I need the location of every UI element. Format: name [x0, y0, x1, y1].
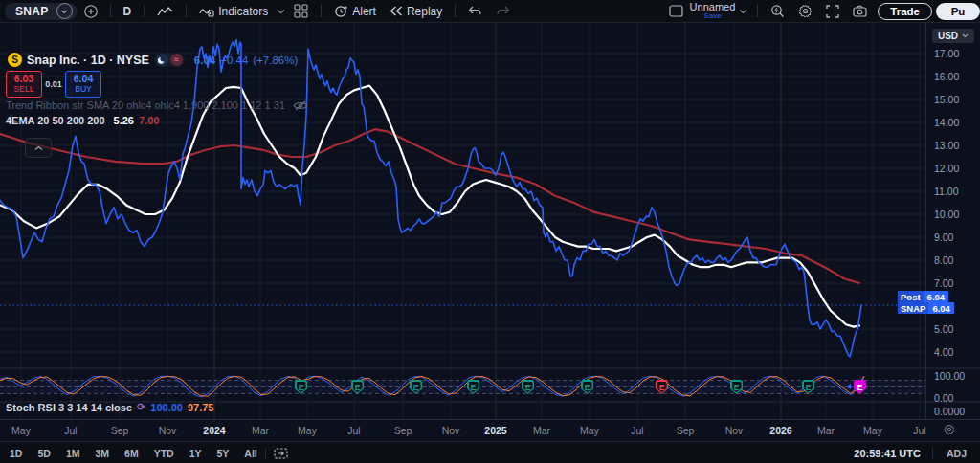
divider: [757, 5, 758, 17]
chart-style-button[interactable]: [150, 1, 180, 22]
price-tick: 10.00: [934, 209, 959, 220]
stoch-rsi-legend[interactable]: Stoch RSI 3 3 14 14 close ⟳ 100.00 97.75: [6, 401, 213, 413]
publish-button[interactable]: Pu: [936, 3, 980, 20]
price-tick: 9.00: [934, 232, 953, 243]
range-button-1d[interactable]: 1D: [2, 448, 30, 459]
settings-gear-icon: [798, 4, 813, 18]
range-button-3m[interactable]: 3M: [87, 448, 117, 459]
stoch-rsi-label[interactable]: Stoch RSI 3 3 14 14 close: [6, 402, 132, 413]
earnings-icon[interactable]: E: [522, 380, 534, 394]
eye-hidden-icon[interactable]: [293, 100, 308, 111]
indicators-dropdown-button[interactable]: [275, 1, 287, 22]
time-tick: May: [11, 425, 31, 436]
axis-settings-gear-icon[interactable]: [944, 424, 955, 437]
replay-icon: [390, 6, 403, 16]
save-label[interactable]: Save: [703, 11, 721, 20]
series-snap-price[interactable]: [0, 40, 861, 357]
chart-pane[interactable]: S Snap Inc. · 1D · NYSE ≈ 6.04 +0.44 (+7…: [0, 23, 980, 419]
range-button-ytd[interactable]: YTD: [146, 448, 182, 459]
time-tick: May: [863, 425, 882, 436]
chevron-down-icon: [277, 9, 285, 14]
undo-button[interactable]: [461, 1, 489, 22]
range-button-5y[interactable]: 5Y: [210, 448, 237, 459]
price-change: +0.44: [220, 55, 248, 66]
sync-icon[interactable]: ⟳: [137, 401, 145, 413]
earnings-icon[interactable]: E: [295, 380, 307, 394]
range-button-all[interactable]: All: [236, 448, 264, 459]
price-chart-canvas[interactable]: [0, 23, 980, 419]
delayed-data-icon[interactable]: ≈: [170, 54, 183, 66]
time-axis[interactable]: MayJulSepNov2024MarMayJulSepNov2025MarMa…: [0, 419, 980, 442]
post-price-label: Post6.04: [898, 291, 948, 302]
replay-button[interactable]: Replay: [383, 1, 449, 22]
symbol-legend[interactable]: S Snap Inc. · 1D · NYSE ≈ 6.04 +0.44 (+7…: [8, 53, 298, 67]
earnings-icon[interactable]: E: [581, 380, 593, 394]
earnings-icon[interactable]: E: [351, 380, 364, 394]
go-to-date-button[interactable]: [266, 443, 296, 463]
compare-add-button[interactable]: [78, 1, 104, 22]
divider: [321, 5, 322, 17]
time-tick: 2024: [203, 425, 225, 436]
adj-toggle[interactable]: ADJ: [947, 448, 967, 459]
price-tick: 17.00: [934, 48, 959, 59]
fullscreen-button[interactable]: [819, 1, 846, 22]
time-tick: Nov: [725, 425, 744, 436]
price-axis[interactable]: USD 17.0016.0015.0014.0013.0012.0011.001…: [925, 23, 980, 441]
earnings-icon[interactable]: E: [656, 380, 668, 394]
layout-dropdown-button[interactable]: [735, 1, 751, 22]
range-button-5d[interactable]: 5D: [30, 448, 57, 459]
go-to-date-icon: [274, 447, 288, 459]
pane-scale-tick: 0.00: [934, 392, 953, 404]
layout-button[interactable]: [662, 1, 690, 22]
buy-button[interactable]: 6.04 BUY: [65, 71, 101, 98]
indicators-button[interactable]: Indicators: [192, 1, 275, 22]
range-button-6m[interactable]: 6M: [117, 448, 146, 459]
sell-button[interactable]: 6.03 SELL: [6, 71, 42, 98]
time-tick: 2025: [484, 425, 506, 436]
snapshot-button[interactable]: [846, 1, 874, 22]
layout-name-button[interactable]: Unnamed Save: [690, 3, 736, 20]
currency-dropdown[interactable]: USD: [932, 29, 974, 43]
price-tick: 16.00: [934, 71, 959, 82]
snap-logo: S: [8, 53, 22, 67]
symbol-title[interactable]: Snap Inc. · 1D · NYSE: [27, 54, 149, 67]
earnings-icon[interactable]: E: [730, 380, 743, 394]
ema-legend[interactable]: 4EMA 20 50 200 200 5.26 7.00: [6, 115, 159, 126]
interval-button[interactable]: D: [117, 1, 139, 22]
ema-label[interactable]: 4EMA 20 50 200 200: [6, 115, 105, 126]
symbol-search-icon[interactable]: [56, 3, 73, 19]
clock[interactable]: 20:59:41 UTC: [854, 448, 921, 459]
range-button-1y[interactable]: 1Y: [182, 448, 210, 459]
earnings-icon[interactable]: E: [410, 380, 422, 394]
earnings-icon[interactable]: E: [802, 380, 814, 394]
alert-label: Alert: [352, 5, 376, 18]
top-toolbar: SNAP D Indicators: [0, 0, 980, 23]
time-tick: Sep: [394, 425, 412, 436]
redo-button[interactable]: [489, 1, 517, 22]
price-tick: 11.00: [934, 186, 959, 197]
market-closed-moon-icon[interactable]: [156, 54, 168, 66]
quick-search-button[interactable]: [764, 1, 791, 22]
alert-button[interactable]: Alert: [327, 1, 383, 22]
quick-search-icon: [770, 4, 785, 18]
fullscreen-icon: [826, 5, 839, 18]
price-tick: 8.00: [934, 254, 953, 266]
market-status-badges: ≈: [154, 53, 185, 67]
time-tick: Nov: [159, 425, 177, 436]
trend-ribbon-label[interactable]: Trend Ribbon str SMA 20 ohlc4 ohlc4 1,90…: [6, 99, 285, 111]
chevron-up-icon: [34, 145, 43, 151]
indicator-templates-button[interactable]: [287, 1, 315, 22]
settings-button[interactable]: [791, 1, 819, 22]
legend-collapse-button[interactable]: [25, 138, 52, 158]
earnings-upcoming-icon[interactable]: E: [854, 380, 866, 394]
trend-ribbon-legend[interactable]: Trend Ribbon str SMA 20 ohlc4 ohlc4 1,90…: [6, 99, 308, 111]
earnings-icon[interactable]: E: [467, 380, 479, 394]
time-tick: Jul: [347, 425, 360, 436]
replay-label: Replay: [407, 5, 442, 18]
pane-scale-tick: 100.00: [934, 370, 965, 382]
camera-icon: [853, 5, 867, 17]
price-tick: 15.00: [934, 94, 959, 105]
trade-button[interactable]: Trade: [878, 3, 932, 20]
range-button-1m[interactable]: 1M: [58, 448, 88, 459]
symbol-search-button[interactable]: SNAP: [5, 3, 78, 20]
